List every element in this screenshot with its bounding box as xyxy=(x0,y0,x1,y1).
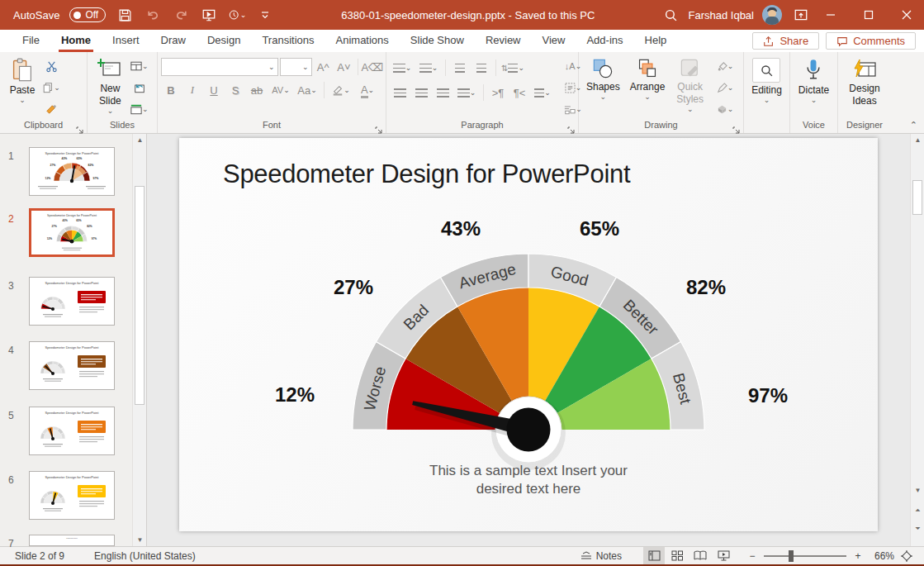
decrease-indent-button[interactable] xyxy=(450,59,470,77)
font-color-button[interactable]: A⌄ xyxy=(355,81,380,99)
zoom-slider[interactable] xyxy=(764,555,846,557)
bullets-button[interactable]: ⌄ xyxy=(390,59,415,77)
strikethrough-button[interactable]: ab xyxy=(247,81,267,99)
align-right-button[interactable] xyxy=(433,83,453,102)
ribbon-tab-design[interactable]: Design xyxy=(197,30,251,52)
font-size-combobox[interactable]: ⌄ xyxy=(280,58,312,76)
align-left-button[interactable] xyxy=(390,83,410,102)
gauge-percent-label[interactable]: 97% xyxy=(748,384,788,407)
zoom-in-button[interactable]: + xyxy=(851,547,865,564)
next-slide-icon[interactable]: ⏷ xyxy=(911,522,924,535)
maximize-button[interactable] xyxy=(851,0,886,30)
redo-icon[interactable] xyxy=(172,6,190,24)
quick-styles-button[interactable]: Quick Styles ⌄ xyxy=(670,56,709,119)
ribbon-tab-home[interactable]: Home xyxy=(50,30,102,52)
new-slide-button[interactable]: New Slide ⌄ xyxy=(91,56,130,119)
user-name[interactable]: Farshad Iqbal xyxy=(689,9,755,21)
editor-scrollbar-thumb[interactable] xyxy=(912,180,922,215)
minimize-button[interactable] xyxy=(813,0,848,30)
share-button[interactable]: Share xyxy=(752,32,819,50)
slide-thumbnail-4[interactable]: Speedometer Design for PowerPoint xyxy=(29,341,115,390)
underline-button[interactable]: U xyxy=(204,81,224,99)
increase-font-size-button[interactable]: A^ xyxy=(314,58,333,76)
normal-view-button[interactable] xyxy=(643,547,665,564)
gauge-percent-label[interactable]: 12% xyxy=(275,383,315,407)
thumb-scroll-down-icon[interactable]: ▼ xyxy=(133,534,147,546)
thumb-scroll-up-icon[interactable]: ▲ xyxy=(133,134,147,146)
copy-button[interactable]: ⌄ xyxy=(41,78,61,97)
clipboard-dialog-launcher[interactable] xyxy=(76,122,84,131)
user-avatar[interactable] xyxy=(762,5,782,25)
reset-slide-button[interactable] xyxy=(130,78,149,97)
highlight-color-button[interactable]: ⌄ xyxy=(329,81,353,99)
cut-button[interactable] xyxy=(41,57,61,75)
language-indicator[interactable]: English (United States) xyxy=(94,550,196,562)
numbering-button[interactable]: ⌄ xyxy=(416,59,441,77)
touch-mouse-mode-icon[interactable]: ⌄ xyxy=(228,6,246,24)
gauge-percent-label[interactable]: 65% xyxy=(580,217,619,240)
ribbon-tab-insert[interactable]: Insert xyxy=(102,30,150,52)
gauge-hub[interactable] xyxy=(507,408,551,452)
thumbnail-scrollbar[interactable]: ▲ ▼ xyxy=(132,134,146,546)
bold-button[interactable]: B xyxy=(161,81,181,99)
slide-thumbnail-5[interactable]: Speedometer Design for PowerPoint xyxy=(29,407,115,455)
editor-scrollbar[interactable]: ▲ ▼ ⏶ ⏷ xyxy=(910,134,924,546)
start-slideshow-icon[interactable] xyxy=(200,6,218,24)
close-button[interactable] xyxy=(889,0,924,30)
ribbon-tab-transitions[interactable]: Transitions xyxy=(251,30,325,52)
undo-icon[interactable] xyxy=(144,6,162,24)
increase-indent-button[interactable] xyxy=(471,59,491,77)
character-spacing-button[interactable]: AV⌄ xyxy=(268,81,293,99)
rtl-direction-button[interactable]: ¶< xyxy=(509,83,529,102)
format-painter-button[interactable] xyxy=(41,100,61,118)
slide-layout-button[interactable]: ⌄ xyxy=(130,57,149,75)
slide-thumbnail-1[interactable]: Speedometer Design for PowerPoint12%27%4… xyxy=(29,147,115,196)
notes-button[interactable]: Notes xyxy=(574,547,628,564)
font-name-combobox[interactable]: ⌄ xyxy=(161,58,278,76)
slide-thumbnail-2[interactable]: Speedometer Design for PowerPoint12%27%4… xyxy=(29,208,115,257)
gauge-percent-label[interactable]: 82% xyxy=(686,276,726,299)
previous-slide-icon[interactable]: ⏶ xyxy=(911,504,924,516)
gauge-percent-label[interactable]: 43% xyxy=(441,217,481,240)
ribbon-tab-draw[interactable]: Draw xyxy=(150,30,197,52)
decrease-font-size-button[interactable]: A˅ xyxy=(334,58,353,76)
ribbon-tab-help[interactable]: Help xyxy=(634,30,678,52)
search-icon[interactable] xyxy=(662,6,680,24)
zoom-level[interactable]: 66% xyxy=(866,550,894,562)
ribbon-tab-add-ins[interactable]: Add-ins xyxy=(576,30,633,52)
shape-outline-button[interactable]: ⌄ xyxy=(711,78,739,97)
slide-thumbnail-3[interactable]: Speedometer Design for PowerPoint xyxy=(29,277,115,326)
arrange-button[interactable]: Arrange ⌄ xyxy=(626,56,670,119)
ribbon-display-options-icon[interactable] xyxy=(792,6,810,24)
line-spacing-button[interactable]: ⇅⌄ xyxy=(500,59,525,77)
ribbon-tab-view[interactable]: View xyxy=(532,30,576,52)
zoom-slider-thumb[interactable] xyxy=(789,550,794,562)
italic-button[interactable]: I xyxy=(182,81,202,99)
ribbon-tab-review[interactable]: Review xyxy=(475,30,532,52)
slide-thumbnail-6[interactable]: Speedometer Design for PowerPoint xyxy=(29,471,115,520)
reading-view-button[interactable] xyxy=(689,547,711,564)
comments-button[interactable]: Comments xyxy=(826,32,916,50)
change-case-button[interactable]: Aa⌄ xyxy=(295,81,320,99)
slideshow-view-button[interactable] xyxy=(713,547,734,564)
shape-effects-button[interactable]: ⌄ xyxy=(711,100,739,118)
fit-slide-to-window-button[interactable] xyxy=(896,547,917,564)
editor-scroll-up-icon[interactable]: ▲ xyxy=(911,134,924,146)
columns-button[interactable]: ⌄ xyxy=(531,83,554,102)
align-center-button[interactable] xyxy=(411,83,431,102)
customize-quick-access-icon[interactable] xyxy=(256,6,274,24)
slide-caption-text[interactable]: This is a sample text Insert your desire… xyxy=(413,462,644,498)
ribbon-tab-animations[interactable]: Animations xyxy=(325,30,400,52)
ribbon-tab-slide-show[interactable]: Slide Show xyxy=(400,30,475,52)
shape-fill-button[interactable]: ⌄ xyxy=(711,57,739,75)
design-ideas-button[interactable]: Design Ideas xyxy=(841,56,888,119)
ribbon-tab-file[interactable]: File xyxy=(12,30,50,52)
slide-canvas[interactable]: Speedometer Design for PowerPoint WorseB… xyxy=(179,138,878,531)
drawing-dialog-launcher[interactable] xyxy=(732,122,741,131)
paste-button[interactable]: Paste ⌄ xyxy=(3,56,41,119)
clear-formatting-button[interactable]: A⌫ xyxy=(362,58,382,76)
save-icon[interactable] xyxy=(116,6,134,24)
font-dialog-launcher[interactable] xyxy=(375,122,383,131)
slide-indicator[interactable]: Slide 2 of 9 xyxy=(15,550,64,562)
ltr-direction-button[interactable]: >¶ xyxy=(488,83,508,102)
